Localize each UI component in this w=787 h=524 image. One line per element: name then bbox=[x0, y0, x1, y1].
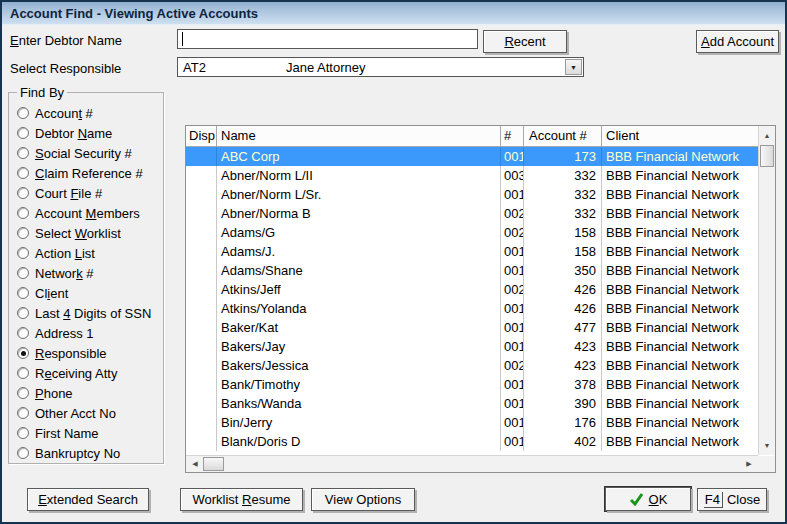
worklist-resume-button[interactable]: Worklist Resume bbox=[180, 488, 303, 511]
find-by-option[interactable]: Court File # bbox=[17, 183, 102, 203]
find-by-option[interactable]: Last 4 Digits of SSN bbox=[17, 303, 151, 323]
column-header-client[interactable]: Client bbox=[602, 126, 758, 147]
cell-client: BBB Financial Network bbox=[602, 432, 758, 451]
table-row[interactable]: Bakers/Jay 001 423 BBB Financial Network bbox=[186, 337, 758, 356]
debtor-name-input[interactable] bbox=[177, 29, 478, 49]
table-row[interactable]: Bin/Jerry 001 176 BBB Financial Network bbox=[186, 413, 758, 432]
radio-button-icon[interactable] bbox=[17, 187, 29, 199]
f4-close-button[interactable]: F4Close bbox=[697, 488, 767, 511]
find-by-option[interactable]: Social Security # bbox=[17, 143, 132, 163]
cell-client: BBB Financial Network bbox=[602, 318, 758, 337]
table-row[interactable]: Adams/Shane 001 350 BBB Financial Networ… bbox=[186, 261, 758, 280]
radio-button-icon[interactable] bbox=[17, 247, 29, 259]
radio-button-icon[interactable] bbox=[17, 267, 29, 279]
find-by-option-label: Bankruptcy No bbox=[35, 446, 120, 461]
cell-account: 158 bbox=[524, 242, 602, 261]
cell-client: BBB Financial Network bbox=[602, 261, 758, 280]
find-by-option[interactable]: Debtor Name bbox=[17, 123, 112, 143]
find-by-option[interactable]: Address 1 bbox=[17, 323, 94, 343]
find-by-option[interactable]: Other Acct No bbox=[17, 403, 116, 423]
find-by-option[interactable]: Responsible bbox=[17, 343, 107, 363]
ok-button[interactable]: OK bbox=[605, 487, 691, 511]
add-account-button[interactable]: Add Account bbox=[696, 30, 779, 53]
vertical-scrollbar[interactable]: ▲ ▼ bbox=[758, 126, 775, 455]
find-by-option-label: Account Members bbox=[35, 206, 140, 221]
table-row[interactable]: Bakers/Jessica 002 423 BBB Financial Net… bbox=[186, 356, 758, 375]
table-row[interactable]: Atkins/Jeff 002 426 BBB Financial Networ… bbox=[186, 280, 758, 299]
table-row[interactable]: Banks/Wanda 001 390 BBB Financial Networ… bbox=[186, 394, 758, 413]
find-by-option-label: Court File # bbox=[35, 186, 102, 201]
radio-button-icon[interactable] bbox=[17, 147, 29, 159]
find-by-option[interactable]: Receiving Atty bbox=[17, 363, 117, 383]
find-by-option[interactable]: First Name bbox=[17, 423, 99, 443]
chevron-down-icon[interactable]: ▼ bbox=[565, 59, 582, 75]
scroll-right-icon[interactable]: ▶ bbox=[742, 456, 756, 472]
accounts-table: Disp. Name # Account # Client ABC Corp 0… bbox=[185, 125, 776, 473]
radio-button-icon[interactable] bbox=[17, 407, 29, 419]
radio-button-icon[interactable] bbox=[17, 307, 29, 319]
cell-disp bbox=[186, 413, 217, 432]
find-by-option[interactable]: Claim Reference # bbox=[17, 163, 143, 183]
radio-button-icon[interactable] bbox=[17, 207, 29, 219]
radio-button-icon[interactable] bbox=[17, 327, 29, 339]
column-header-name[interactable]: Name bbox=[217, 126, 501, 147]
horizontal-scrollbar[interactable]: ◀ ▶ bbox=[186, 455, 758, 472]
find-by-option-label: First Name bbox=[35, 426, 99, 441]
horizontal-scroll-thumb[interactable] bbox=[203, 457, 224, 471]
find-by-option[interactable]: Select Worklist bbox=[17, 223, 121, 243]
find-by-option-label: Debtor Name bbox=[35, 126, 112, 141]
cell-number: 001 bbox=[501, 242, 524, 261]
cell-number: 002 bbox=[501, 280, 524, 299]
table-row[interactable]: ABC Corp 001 173 BBB Financial Network bbox=[186, 147, 758, 166]
radio-button-icon[interactable] bbox=[17, 447, 29, 459]
cell-name: Adams/G bbox=[217, 223, 501, 242]
table-row[interactable]: Abner/Norm L/Sr. 001 332 BBB Financial N… bbox=[186, 185, 758, 204]
title-bar[interactable]: Account Find - Viewing Active Accounts bbox=[2, 2, 785, 25]
table-row[interactable]: Abner/Norm L/II 003 332 BBB Financial Ne… bbox=[186, 166, 758, 185]
table-row[interactable]: Adams/G 002 158 BBB Financial Network bbox=[186, 223, 758, 242]
find-by-option[interactable]: Action List bbox=[17, 243, 95, 263]
table-row[interactable]: Blank/Doris D 001 402 BBB Financial Netw… bbox=[186, 432, 758, 451]
radio-button-icon[interactable] bbox=[17, 387, 29, 399]
view-options-button[interactable]: View Options bbox=[311, 488, 415, 511]
responsible-combobox[interactable]: AT2 Jane Attorney ▼ bbox=[177, 57, 584, 77]
responsible-name: Jane Attorney bbox=[286, 60, 366, 75]
scroll-left-icon[interactable]: ◀ bbox=[188, 456, 202, 472]
worklist-resume-label: Worklist Resume bbox=[192, 492, 290, 507]
cell-disp bbox=[186, 337, 217, 356]
table-row[interactable]: Abner/Norma B 002 332 BBB Financial Netw… bbox=[186, 204, 758, 223]
find-by-option[interactable]: Account Members bbox=[17, 203, 140, 223]
find-by-option[interactable]: Network # bbox=[17, 263, 94, 283]
find-by-option[interactable]: Client bbox=[17, 283, 68, 303]
cell-account: 173 bbox=[524, 147, 602, 166]
radio-button-icon[interactable] bbox=[17, 127, 29, 139]
find-by-option-label: Claim Reference # bbox=[35, 166, 143, 181]
vertical-scroll-thumb[interactable] bbox=[760, 145, 774, 167]
table-row[interactable]: Bank/Timothy 001 378 BBB Financial Netwo… bbox=[186, 375, 758, 394]
recent-button[interactable]: Recent bbox=[483, 30, 567, 53]
cell-name: Adams/J. bbox=[217, 242, 501, 261]
radio-button-icon[interactable] bbox=[17, 287, 29, 299]
radio-button-icon[interactable] bbox=[17, 227, 29, 239]
window-title: Account Find - Viewing Active Accounts bbox=[10, 6, 258, 21]
find-by-option[interactable]: Phone bbox=[17, 383, 73, 403]
column-header-disp[interactable]: Disp. bbox=[186, 126, 217, 147]
table-row[interactable]: Atkins/Yolanda 001 426 BBB Financial Net… bbox=[186, 299, 758, 318]
find-by-option[interactable]: Bankruptcy No bbox=[17, 443, 120, 463]
scroll-down-icon[interactable]: ▼ bbox=[759, 438, 775, 453]
radio-button-icon[interactable] bbox=[17, 167, 29, 179]
radio-button-icon[interactable] bbox=[17, 347, 29, 359]
cell-client: BBB Financial Network bbox=[602, 223, 758, 242]
radio-button-icon[interactable] bbox=[17, 367, 29, 379]
radio-button-icon[interactable] bbox=[17, 427, 29, 439]
column-header-number[interactable]: # bbox=[501, 126, 524, 147]
cell-name: Adams/Shane bbox=[217, 261, 501, 280]
find-by-option[interactable]: Account # bbox=[17, 103, 93, 123]
cell-disp bbox=[186, 299, 217, 318]
column-header-account[interactable]: Account # bbox=[524, 126, 602, 147]
table-row[interactable]: Adams/J. 001 158 BBB Financial Network bbox=[186, 242, 758, 261]
scroll-up-icon[interactable]: ▲ bbox=[759, 128, 775, 143]
extended-search-button[interactable]: Extended Search bbox=[27, 488, 149, 511]
radio-button-icon[interactable] bbox=[17, 107, 29, 119]
table-row[interactable]: Baker/Kat 001 477 BBB Financial Network bbox=[186, 318, 758, 337]
